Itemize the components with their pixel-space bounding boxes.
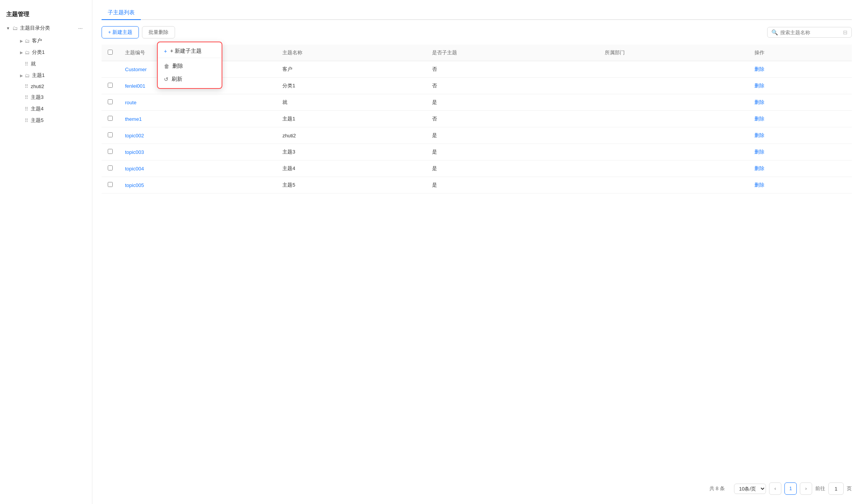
select-all-checkbox[interactable] [108, 50, 113, 55]
row-checkbox[interactable] [108, 182, 113, 187]
sidebar-item-zhuti2[interactable]: ▶ ⠿ zhuti2 [12, 81, 92, 92]
row-checkbox-cell [102, 78, 119, 94]
row-code: topic002 [119, 127, 276, 144]
row-checkbox[interactable] [108, 99, 113, 104]
row-checkbox[interactable] [108, 83, 113, 88]
row-is-sub: 否 [426, 78, 599, 94]
tab-bar: 子主题列表 [102, 6, 852, 20]
sidebar-item-zhuti4[interactable]: ▶ ⠿ 主题4 [12, 103, 92, 115]
row-name: 分类1 [276, 78, 426, 94]
row-dept [599, 78, 748, 94]
grid-icon: ⠿ [25, 95, 28, 100]
table-row: topic003 主题3 是 删除 [102, 144, 852, 160]
code-link[interactable]: topic002 [125, 133, 144, 139]
code-link[interactable]: theme1 [125, 116, 142, 122]
sidebar-arrow: ▶ [18, 39, 25, 43]
row-checkbox[interactable] [108, 132, 113, 137]
sidebar-more-button[interactable]: ··· [75, 23, 86, 33]
row-checkbox[interactable] [108, 149, 113, 154]
sidebar-item-zhuti1[interactable]: ▶ 🗂 主题1 [12, 70, 92, 81]
row-checkbox-cell [102, 144, 119, 160]
grid-icon: ⠿ [25, 118, 28, 123]
row-checkbox-cell [102, 111, 119, 127]
code-link[interactable]: fenlei001 [125, 83, 145, 89]
batch-delete-button[interactable]: 批量删除 [142, 26, 175, 38]
row-is-sub: 否 [426, 61, 599, 78]
row-action: 删除 [748, 144, 852, 160]
code-link[interactable]: topic005 [125, 182, 144, 188]
folder-icon: 🗂 [25, 73, 30, 78]
sidebar-item-zhuti5[interactable]: ▶ ⠿ 主题5 [12, 115, 92, 126]
page-number-button[interactable]: 1 [784, 482, 797, 495]
delete-action[interactable]: 删除 [754, 116, 764, 122]
plus-icon: + [164, 48, 167, 54]
row-is-sub: 否 [426, 111, 599, 127]
delete-action[interactable]: 删除 [754, 99, 764, 105]
code-link[interactable]: topic004 [125, 166, 144, 172]
row-dept [599, 111, 748, 127]
context-menu: + + 新建子主题 🗑 删除 ↺ 刷新 [157, 42, 222, 89]
delete-action[interactable]: 删除 [754, 182, 764, 188]
folder-icon: 🗂 [25, 50, 30, 55]
row-name: 主题5 [276, 177, 426, 194]
row-dept [599, 160, 748, 177]
row-is-sub: 是 [426, 177, 599, 194]
row-dept [599, 94, 748, 111]
context-menu-refresh[interactable]: ↺ 刷新 [158, 73, 222, 86]
row-action: 删除 [748, 111, 852, 127]
row-dept [599, 144, 748, 160]
grid-icon: ⠿ [25, 83, 28, 89]
search-input[interactable] [780, 30, 841, 35]
sidebar-item-jiu[interactable]: ▶ ⠿ 就 [12, 58, 92, 70]
col-header-name: 主题名称 [276, 45, 426, 61]
col-header-dept: 所属部门 [599, 45, 748, 61]
row-name: 就 [276, 94, 426, 111]
next-page-button[interactable]: › [800, 482, 812, 495]
row-checkbox-cell [102, 61, 119, 78]
delete-action[interactable]: 删除 [754, 165, 764, 171]
table-container: 主题编号 主题名称 是否子主题 所属部门 操作 Customer 客户 否 删除… [102, 45, 852, 476]
row-action: 删除 [748, 160, 852, 177]
code-link[interactable]: Customer [125, 67, 147, 72]
row-dept [599, 127, 748, 144]
row-action: 删除 [748, 177, 852, 194]
row-checkbox-cell [102, 127, 119, 144]
search-icon: 🔍 [771, 29, 778, 35]
code-link[interactable]: route [125, 100, 137, 105]
row-action: 删除 [748, 94, 852, 111]
sidebar-header[interactable]: ▼ 🗂 主题目录分类 ··· [0, 21, 92, 35]
tab-subtopic-list[interactable]: 子主题列表 [102, 6, 141, 20]
delete-action[interactable]: 删除 [754, 66, 764, 72]
sidebar-item-fenlei1[interactable]: ▶ 🗂 分类1 [12, 47, 92, 58]
row-checkbox[interactable] [108, 165, 113, 170]
search-box: 🔍 ⊟ [767, 27, 852, 38]
sidebar-item-customer[interactable]: ▶ 🗂 客户 [12, 35, 92, 47]
row-checkbox-cell [102, 94, 119, 111]
page-size-select[interactable]: 10条/页 20条/页 50条/页 [734, 484, 766, 494]
sidebar-collapse-arrow: ▼ [6, 26, 12, 30]
table-row: topic002 zhuti2 是 删除 [102, 127, 852, 144]
delete-action[interactable]: 删除 [754, 132, 764, 138]
sidebar-item-zhuti3[interactable]: ▶ ⠿ 主题3 [12, 92, 92, 103]
folder-icon: 🗂 [25, 38, 30, 44]
new-topic-button[interactable]: + 新建主题 [102, 26, 139, 38]
row-checkbox[interactable] [108, 116, 113, 121]
row-dept [599, 177, 748, 194]
context-menu-title[interactable]: + + 新建子主题 [158, 45, 222, 58]
delete-action[interactable]: 删除 [754, 149, 764, 155]
row-is-sub: 是 [426, 127, 599, 144]
delete-action[interactable]: 删除 [754, 83, 764, 88]
prev-page-button[interactable]: ‹ [769, 482, 781, 495]
row-action: 删除 [748, 78, 852, 94]
filter-icon[interactable]: ⊟ [843, 29, 848, 35]
row-action: 删除 [748, 127, 852, 144]
row-name: zhuti2 [276, 127, 426, 144]
goto-page-input[interactable] [828, 482, 844, 495]
code-link[interactable]: topic003 [125, 149, 144, 155]
row-action: 删除 [748, 61, 852, 78]
goto-label: 前往 [815, 485, 825, 492]
context-menu-delete[interactable]: 🗑 删除 [158, 60, 222, 73]
table-row: topic004 主题4 是 删除 [102, 160, 852, 177]
row-name: 主题1 [276, 111, 426, 127]
refresh-icon: ↺ [164, 76, 169, 82]
